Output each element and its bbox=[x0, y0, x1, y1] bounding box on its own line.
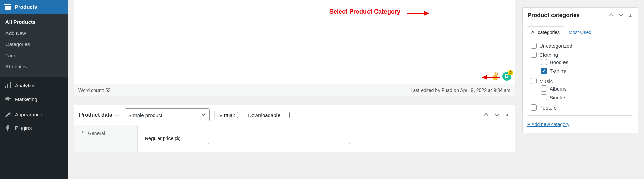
product-data-panel: Product data — Simple product Virtual: bbox=[74, 105, 515, 152]
product-data-tabs: General bbox=[74, 125, 138, 152]
downloadable-checkbox[interactable] bbox=[284, 112, 290, 118]
panel-move-up-icon[interactable] bbox=[609, 13, 614, 18]
svg-rect-2 bbox=[7, 7, 9, 7]
submenu-attributes[interactable]: Attributes bbox=[0, 61, 68, 72]
category-checkbox-label[interactable]: Clothing bbox=[531, 52, 630, 58]
checkbox[interactable]: ✓ bbox=[541, 68, 547, 74]
category-scroll[interactable]: UncategorizedClothingHoodies✓T-shirtsMus… bbox=[527, 38, 633, 115]
sidebar-item-label: Appearance bbox=[15, 112, 42, 117]
svg-rect-11 bbox=[7, 129, 8, 131]
megaphone-icon bbox=[4, 96, 12, 102]
submenu-add-new[interactable]: Add New bbox=[0, 27, 68, 39]
brush-icon bbox=[4, 111, 12, 118]
tab-all-categories[interactable]: All categories bbox=[527, 26, 564, 38]
category-checkbox-label[interactable]: Music bbox=[531, 78, 630, 84]
regular-price-label: Regular price ($) bbox=[145, 136, 203, 141]
divider bbox=[214, 111, 215, 119]
downloadable-option: Downloadable: bbox=[248, 112, 290, 118]
chart-bar-icon bbox=[4, 82, 12, 89]
category-item: Singles bbox=[539, 93, 630, 102]
svg-rect-1 bbox=[5, 6, 11, 10]
category-item: ClothingHoodies✓T-shirts bbox=[529, 50, 630, 77]
annotation-arrow-icon bbox=[482, 75, 500, 81]
category-label: Hoodies bbox=[550, 59, 568, 65]
tab-most-used[interactable]: Most Used bbox=[564, 26, 596, 38]
checkbox[interactable] bbox=[531, 104, 537, 111]
annotation-label: Select Product Category bbox=[329, 8, 400, 15]
panel-move-down-icon[interactable] bbox=[494, 112, 500, 118]
word-count: Word count: 53 bbox=[78, 87, 111, 93]
wrench-icon bbox=[79, 130, 85, 136]
sidebar-item-label: Analytics bbox=[15, 83, 35, 88]
grammarly-badge: 2 bbox=[508, 70, 513, 75]
checkbox[interactable] bbox=[531, 78, 537, 84]
panel-move-up-icon[interactable] bbox=[483, 112, 489, 118]
sidebar-item-analytics[interactable]: Analytics bbox=[0, 79, 68, 92]
checkbox[interactable] bbox=[541, 85, 547, 92]
tab-general[interactable]: General bbox=[74, 125, 137, 141]
category-tabs: All categories Most Used bbox=[523, 23, 638, 38]
sidebar-item-marketing[interactable]: Marketing bbox=[0, 92, 68, 106]
svg-marker-15 bbox=[482, 75, 487, 80]
product-type-select[interactable]: Simple product bbox=[125, 108, 210, 121]
category-label: Posters bbox=[539, 105, 557, 111]
add-new-category-link[interactable]: + Add new category bbox=[527, 122, 569, 127]
regular-price-input[interactable] bbox=[208, 133, 350, 144]
admin-sidebar: Products All Products Add New Categories… bbox=[0, 0, 68, 179]
virtual-option: Virtual: bbox=[219, 112, 243, 118]
svg-rect-10 bbox=[8, 125, 9, 126]
checkbox[interactable] bbox=[531, 52, 537, 58]
category-label: T-shirts bbox=[550, 68, 566, 74]
svg-rect-3 bbox=[5, 86, 6, 88]
svg-rect-4 bbox=[7, 84, 8, 88]
submenu-categories[interactable]: Categories bbox=[0, 39, 68, 50]
svg-point-7 bbox=[10, 98, 11, 99]
category-checkbox-label[interactable]: Singles bbox=[541, 94, 630, 100]
last-edited: Last edited by Fuad on April 8, 2022 at … bbox=[411, 87, 511, 93]
product-categories-panel: Product categories ▲ All categories Most… bbox=[522, 7, 638, 133]
sidebar-item-label: Products bbox=[15, 4, 37, 10]
product-type-value: Simple product bbox=[128, 112, 162, 118]
checkbox[interactable] bbox=[531, 43, 537, 49]
panel-toggle-icon[interactable]: ▲ bbox=[505, 112, 510, 118]
grammarly-icon[interactable]: G 2 bbox=[502, 72, 511, 81]
category-checkbox-label[interactable]: ✓T-shirts bbox=[541, 68, 630, 74]
svg-rect-9 bbox=[7, 125, 8, 126]
product-data-title: Product data — bbox=[79, 112, 120, 118]
category-item: Posters bbox=[529, 103, 630, 112]
category-checkbox-label[interactable]: Albums bbox=[541, 85, 630, 92]
category-label: Singles bbox=[550, 95, 566, 100]
category-checkbox-label[interactable]: Hoodies bbox=[541, 59, 630, 65]
submenu-all-products[interactable]: All Products bbox=[0, 16, 68, 27]
panel-toggle-icon[interactable]: ▲ bbox=[628, 13, 633, 18]
categories-title: Product categories bbox=[527, 12, 580, 19]
category-label: Clothing bbox=[539, 52, 558, 58]
category-label: Albums bbox=[550, 86, 567, 92]
category-item: MusicAlbumsSingles bbox=[529, 77, 630, 103]
editor-box[interactable]: ✌️ G 2 Word count: 53 Last edited by Fua… bbox=[74, 0, 515, 96]
category-item: Hoodies bbox=[539, 58, 630, 66]
plug-icon bbox=[4, 124, 12, 131]
category-item: ✓T-shirts bbox=[539, 66, 630, 75]
sidebar-item-appearance[interactable]: Appearance bbox=[0, 107, 68, 121]
editor-status-bar: Word count: 53 Last edited by Fuad on Ap… bbox=[74, 84, 515, 96]
submenu-tags[interactable]: Tags bbox=[0, 50, 68, 61]
category-checkbox-label[interactable]: Posters bbox=[531, 104, 630, 111]
panel-move-down-icon[interactable] bbox=[619, 13, 623, 18]
chevron-down-icon bbox=[201, 112, 206, 118]
sidebar-item-label: Marketing bbox=[15, 96, 37, 102]
category-label: Music bbox=[539, 78, 553, 84]
sidebar-item-label: Plugins bbox=[15, 125, 32, 131]
archive-icon bbox=[4, 3, 12, 10]
sidebar-item-plugins[interactable]: Plugins bbox=[0, 121, 68, 135]
svg-marker-13 bbox=[424, 11, 429, 16]
checkbox[interactable] bbox=[541, 59, 547, 65]
svg-rect-0 bbox=[4, 4, 11, 5]
checkbox[interactable] bbox=[541, 94, 547, 100]
annotation-arrow-icon bbox=[407, 10, 429, 16]
svg-rect-8 bbox=[6, 126, 9, 129]
sidebar-item-products[interactable]: Products bbox=[0, 0, 68, 14]
virtual-checkbox[interactable] bbox=[237, 112, 243, 118]
category-label: Uncategorized bbox=[539, 43, 572, 49]
category-checkbox-label[interactable]: Uncategorized bbox=[531, 43, 630, 49]
